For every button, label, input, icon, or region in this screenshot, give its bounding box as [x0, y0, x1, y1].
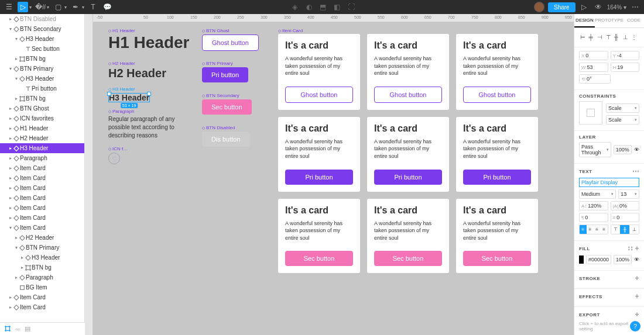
present-icon[interactable]: ▷: [579, 2, 590, 12]
layer-row[interactable]: ▾H3 Header: [0, 34, 84, 44]
x-field[interactable]: X0: [579, 51, 608, 60]
layer-row[interactable]: Sec button: [0, 44, 84, 54]
frame-label[interactable]: BTN Ghost: [202, 28, 259, 33]
align-bottom-icon[interactable]: ⊥: [623, 34, 630, 41]
ghost-button[interactable]: Ghost button: [463, 87, 531, 103]
layer-row[interactable]: ▸Paragraph: [0, 153, 84, 163]
pri-button[interactable]: Pri button: [463, 170, 531, 185]
pri-button[interactable]: Pri button: [285, 170, 353, 185]
paragraph-text[interactable]: Regular paragraph of any possible text a…: [108, 115, 184, 140]
layer-row[interactable]: ▸Paragraph: [0, 272, 84, 282]
fill-opacity[interactable]: 100%: [614, 255, 632, 264]
layer-row[interactable]: ▾BTN Primary: [0, 64, 84, 74]
layer-row[interactable]: ▸BTN bg: [0, 263, 84, 272]
fill-swatch[interactable]: [579, 255, 584, 264]
font-family-input[interactable]: [579, 178, 639, 187]
frame-label[interactable]: BTN Disabled: [202, 125, 250, 130]
layer-row[interactable]: ▾BTN Primary: [0, 243, 84, 253]
layer-row[interactable]: ▾BTN Secondary: [0, 24, 84, 34]
text-align-h[interactable]: ≡≡≡≡: [579, 225, 608, 234]
secondary-button[interactable]: Sec button: [202, 99, 252, 115]
sec-button[interactable]: Sec button: [463, 251, 531, 266]
layer-row[interactable]: ▸Item Card: [0, 302, 84, 312]
sec-button[interactable]: Sec button: [374, 251, 442, 266]
frame-label[interactable]: H3 Header: [108, 87, 150, 92]
union-icon[interactable]: ⬒: [318, 2, 328, 12]
comment-tool-icon[interactable]: 💬: [102, 2, 112, 12]
share-button[interactable]: Share: [548, 2, 576, 12]
item-card[interactable]: It's a cardA wonderful serenity has take…: [456, 34, 538, 110]
ghost-button[interactable]: Ghost button: [202, 34, 259, 51]
layer-row[interactable]: ▸H2 Header: [0, 233, 84, 243]
w-field[interactable]: W53: [579, 63, 608, 72]
letter-spacing[interactable]: |A|0%: [611, 201, 640, 210]
effects-add-icon[interactable]: +: [635, 292, 639, 301]
export-add-icon[interactable]: +: [635, 310, 639, 319]
avatar[interactable]: [534, 2, 544, 12]
frame-label[interactable]: Paragraph: [108, 109, 184, 114]
crop-icon[interactable]: ⛶: [346, 2, 357, 12]
sec-button[interactable]: Sec button: [285, 251, 353, 266]
layer-opacity[interactable]: 100%: [614, 145, 632, 154]
layer-row[interactable]: ▸BTN bg: [0, 94, 84, 103]
font-weight[interactable]: Medium▾: [579, 189, 616, 199]
frame-label[interactable]: BTN Secondary: [202, 93, 252, 98]
mask-icon[interactable]: ◐: [304, 2, 314, 12]
paragraph-indent[interactable]: ¶0: [579, 213, 608, 222]
fill-add-icon[interactable]: +: [635, 244, 639, 253]
layer-row[interactable]: ▸Item Card: [0, 193, 84, 203]
move-tool-icon[interactable]: ▷: [18, 2, 28, 12]
pen-tool-icon[interactable]: ✒: [70, 2, 81, 12]
menu-icon[interactable]: ☰: [4, 2, 14, 12]
constraint-v[interactable]: Scale▾: [606, 115, 639, 125]
layer-row[interactable]: ▾Item Card: [0, 223, 84, 233]
pri-button[interactable]: Pri button: [374, 170, 442, 185]
layer-row[interactable]: ▸Item Card: [0, 213, 84, 223]
blend-mode[interactable]: Pass Through▾: [579, 142, 611, 157]
h3-text-selected[interactable]: H3 Header: [109, 94, 149, 102]
item-card[interactable]: It's a cardA wonderful serenity has take…: [367, 34, 449, 110]
view-icon[interactable]: 👁: [593, 2, 604, 12]
stroke-add-icon[interactable]: +: [635, 274, 639, 282]
fill-style-icon[interactable]: ∷: [628, 244, 633, 253]
zoom-level[interactable]: 164% ▾: [607, 4, 626, 11]
tab-design[interactable]: DESIGN: [574, 14, 595, 27]
item-card[interactable]: It's a cardA wonderful serenity has take…: [367, 199, 449, 274]
fill-visibility-icon[interactable]: 👁: [634, 257, 639, 263]
text-tool-icon[interactable]: T: [88, 2, 98, 12]
ghost-button[interactable]: Ghost button: [285, 87, 353, 103]
item-card[interactable]: It's a cardA wonderful serenity has take…: [456, 117, 538, 192]
layer-row[interactable]: ▸Item Card: [0, 173, 84, 183]
book-icon[interactable]: ▤: [25, 325, 30, 333]
align-right-icon[interactable]: ⊣: [597, 34, 604, 41]
layer-row[interactable]: ▸ICN favorites: [0, 113, 84, 123]
layer-row[interactable]: ▸BTN Ghost: [0, 103, 84, 113]
item-card[interactable]: It's a cardA wonderful serenity has take…: [278, 199, 360, 274]
y-field[interactable]: Y-4: [611, 51, 640, 60]
library-icon[interactable]: ▫▫: [15, 326, 20, 333]
item-card[interactable]: It's a cardA wonderful serenity has take…: [278, 34, 360, 110]
disabled-button[interactable]: Dis button: [202, 132, 250, 147]
rotation-field[interactable]: ⟲0°: [579, 74, 611, 84]
frame-label[interactable]: H2 Header: [108, 61, 166, 66]
layer-row[interactable]: ▸H3 Header: [0, 143, 84, 153]
layer-row[interactable]: ▸H2 Header: [0, 133, 84, 143]
layer-row[interactable]: ▸Item Card: [0, 203, 84, 213]
heart-icon[interactable]: ♡: [108, 153, 120, 164]
frame-label[interactable]: Item Card: [278, 28, 303, 33]
align-left-icon[interactable]: ⊢: [580, 34, 587, 41]
h2-text[interactable]: H2 Header: [108, 67, 166, 79]
line-height[interactable]: A↕120%: [579, 201, 608, 210]
align-hcenter-icon[interactable]: ╪: [589, 34, 596, 41]
text-align-v[interactable]: ⊤╫⊥: [611, 225, 640, 234]
layer-row[interactable]: ▸Item Card: [0, 183, 84, 193]
align-vcenter-icon[interactable]: ╫: [614, 34, 621, 41]
layer-row[interactable]: BG Item: [0, 282, 84, 292]
frame-label[interactable]: BTN Primary: [202, 61, 248, 66]
shape-tool-icon[interactable]: ▢: [53, 2, 63, 12]
overflow-icon[interactable]: ⋯: [630, 2, 640, 12]
tab-code[interactable]: CODE: [624, 14, 644, 27]
layer-row[interactable]: ▸H3 Header: [0, 253, 84, 263]
item-card[interactable]: It's a cardA wonderful serenity has take…: [278, 117, 360, 192]
layer-row[interactable]: ▸BTN bg: [0, 54, 84, 64]
